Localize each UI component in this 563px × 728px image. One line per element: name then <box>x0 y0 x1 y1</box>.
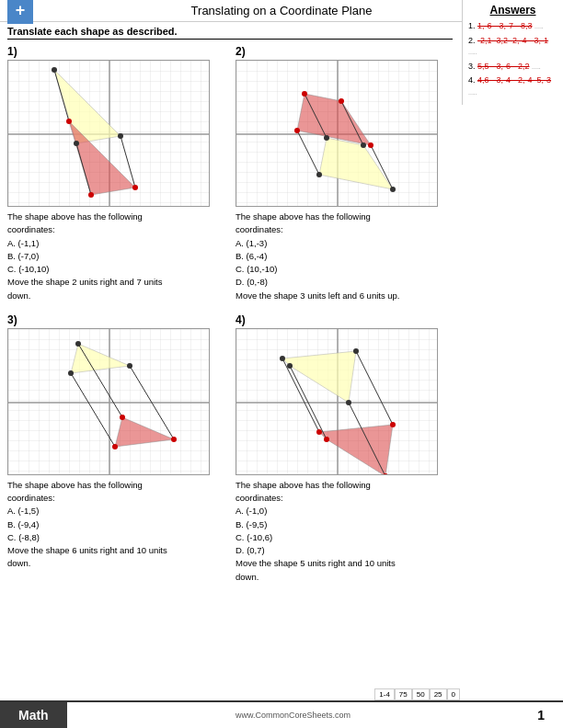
problems-grid: 1) <box>7 45 453 587</box>
svg-point-23 <box>324 135 329 141</box>
svg-point-60 <box>316 429 322 435</box>
svg-point-11 <box>132 185 138 190</box>
footer-url: www.CommonCoreSheets.com <box>67 711 520 720</box>
answer-row-1: 1. 1,-6 -3,-7 -8,3 ..... <box>468 20 557 32</box>
svg-point-41 <box>75 341 81 347</box>
answer-row-2: 2. -2,1 3,2 2,-4 -3,-1 ..... <box>468 35 557 58</box>
main-content: Translate each shape as described. 1) <box>0 22 460 591</box>
svg-point-24 <box>361 142 366 148</box>
instruction: Translate each shape as described. <box>7 26 453 40</box>
score-25: 25 <box>430 688 447 700</box>
page-title: Translating on a Coordinate Plane <box>191 4 373 17</box>
problem-2-num: 2) <box>236 45 453 58</box>
problem-4-desc: The shape above has the followingcoordin… <box>236 479 453 584</box>
problem-3-desc: The shape above has the followingcoordin… <box>7 479 224 571</box>
svg-point-42 <box>171 437 177 442</box>
svg-point-57 <box>353 348 359 354</box>
svg-point-8 <box>118 133 123 139</box>
score-boxes: 1-4 75 50 25 0 <box>374 688 460 700</box>
graph-1 <box>7 60 210 207</box>
graph-4 <box>236 328 438 475</box>
svg-point-40 <box>68 370 74 376</box>
answer-row-4: 4. 4,6 -3,-4 -2,-4 5,-3 ..... <box>468 74 557 97</box>
graph-3 <box>7 328 210 475</box>
svg-point-26 <box>316 172 322 177</box>
svg-point-59 <box>324 437 329 442</box>
logo: + <box>7 0 33 24</box>
svg-point-27 <box>302 91 307 97</box>
svg-point-28 <box>339 98 344 104</box>
problem-2: 2) <box>236 45 453 302</box>
svg-point-10 <box>52 67 57 73</box>
problem-4: 4) <box>236 313 453 584</box>
svg-point-25 <box>390 187 396 192</box>
problem-1: 1) <box>7 45 224 302</box>
svg-point-30 <box>294 128 300 133</box>
footer: Math www.CommonCoreSheets.com 1 <box>0 700 563 728</box>
svg-point-44 <box>120 415 125 420</box>
problem-2-desc: The shape above has the followingcoordin… <box>236 210 453 302</box>
svg-point-9 <box>74 141 79 146</box>
problem-3-num: 3) <box>7 313 224 326</box>
graph-2 <box>236 60 438 207</box>
svg-point-56 <box>280 356 285 361</box>
svg-point-12 <box>88 192 94 198</box>
score-50: 50 <box>412 688 430 700</box>
score-range: 1-4 <box>374 688 395 700</box>
answers-title: Answers <box>468 4 557 17</box>
svg-point-55 <box>287 363 293 369</box>
problem-3: 3) <box>7 313 224 584</box>
answer-row-3: 3. 5,5 -3,-6 -2,2 ..... <box>468 61 557 73</box>
footer-page: 1 <box>519 708 563 722</box>
problem-1-num: 1) <box>7 45 224 58</box>
footer-math-label: Math <box>0 702 67 728</box>
svg-point-61 <box>390 422 396 427</box>
problem-1-desc: The shape above has the followingcoordin… <box>7 210 224 302</box>
answer-key-sidebar: Answers 1. 1,-6 -3,-7 -8,3 ..... 2. -2,1… <box>462 0 563 105</box>
svg-point-13 <box>66 119 72 124</box>
svg-point-54 <box>346 400 351 405</box>
score-75: 75 <box>395 688 412 700</box>
svg-point-39 <box>127 363 132 369</box>
problem-4-num: 4) <box>236 313 453 326</box>
svg-point-43 <box>112 444 118 449</box>
svg-point-29 <box>368 142 373 148</box>
score-0: 0 <box>447 688 460 700</box>
